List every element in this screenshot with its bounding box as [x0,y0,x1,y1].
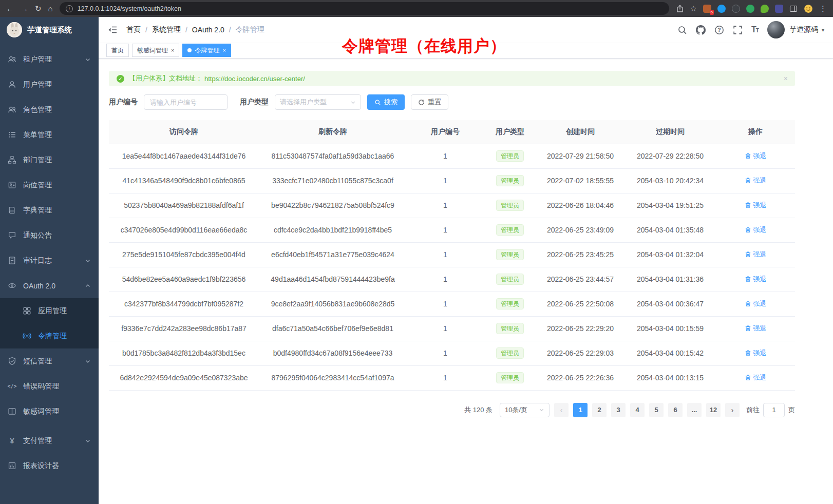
side-panel-icon[interactable] [789,5,798,13]
site-info-icon[interactable]: i [66,5,73,12]
col-user-type: 用户类型 [484,120,536,144]
force-logout-button[interactable]: 强退 [745,299,767,308]
back-icon[interactable]: ← [6,5,14,12]
sidebar-item-post[interactable]: 岗位管理 [0,172,99,198]
search-button[interactable]: 搜索 [367,94,405,110]
url-text: 127.0.0.1:1024/system/oauth2/token [78,5,181,12]
force-logout-button[interactable]: 强退 [745,348,767,358]
breadcrumb-home[interactable]: 首页 [126,25,141,34]
navbar-actions: ? TT 芋道源码 ▾ [677,21,824,38]
browser-toolbar: ← → ↻ ⌂ i 127.0.0.1:1024/system/oauth2/t… [0,0,833,17]
sidebar-item-pay[interactable]: ¥ 支付管理 [0,428,99,453]
breadcrumb-system[interactable]: 系统管理 [152,25,181,34]
user-id-input[interactable] [144,94,228,110]
more-pages-button[interactable]: ... [687,403,702,417]
col-access-token: 访问令牌 [109,120,259,144]
sidebar-item-menu[interactable]: 菜单管理 [0,122,99,147]
dict-icon [8,206,16,215]
fullscreen-icon[interactable] [733,25,743,35]
home-icon[interactable]: ⌂ [48,5,53,12]
bookmark-star-icon[interactable]: ☆ [690,5,697,12]
force-logout-button[interactable]: 强退 [745,373,767,382]
page-size-select[interactable]: 10条/页 [500,403,550,417]
force-logout-button[interactable]: 强退 [745,225,767,235]
alert-doc-link[interactable]: https://doc.iocoder.cn/user-center/ [204,75,305,83]
tab-close-icon[interactable]: × [171,48,174,53]
tab-token[interactable]: 令牌管理 × [182,44,231,57]
sidebar-item-tenant[interactable]: 租户管理 [0,47,99,72]
sidebar-item-audit-log[interactable]: 审计日志 [0,248,99,273]
extension-dark-icon[interactable] [732,5,740,13]
reload-icon[interactable]: ↻ [35,5,42,12]
goto-page-input[interactable] [763,403,785,417]
tab-home[interactable]: 首页 [106,44,129,57]
sidebar-item-oauth-token[interactable]: 令牌管理 [0,323,99,348]
address-bar[interactable]: i 127.0.0.1:1024/system/oauth2/token [60,2,669,15]
sidebar: 芋道管理系统 租户管理 用户管理 角色管理 菜单管理 部门管理 岗位管理 [0,17,99,504]
delete-icon [745,325,751,332]
table-row: c347026e805e4d99b0d116eae66eda8c cdfc4ce… [109,218,795,242]
user-type-badge: 管理员 [496,200,524,211]
page-button[interactable]: 4 [630,403,645,417]
sidebar-item-sensitive-word[interactable]: 敏感词管理 [0,399,99,424]
force-logout-button[interactable]: 强退 [745,275,767,284]
prev-page-button[interactable]: ‹ [554,403,569,417]
share-icon[interactable] [676,5,684,13]
extension-green-icon[interactable] [746,5,754,13]
sidebar-item-dict[interactable]: 字典管理 [0,198,99,223]
force-logout-button[interactable]: 强退 [745,176,767,185]
tab-sensitive-word[interactable]: 敏感词管理 × [132,44,179,57]
doc-alert: ✓ 【用户体系】文档地址： https://doc.iocoder.cn/use… [109,71,795,86]
alert-text: 【用户体系】文档地址： [129,74,202,83]
sidebar-item-oauth-app[interactable]: 应用管理 [0,298,99,323]
user-type-select[interactable]: 请选择用户类型 [275,94,361,110]
force-logout-button[interactable]: 强退 [745,324,767,333]
page-button[interactable]: 3 [611,403,626,417]
username[interactable]: 芋道源码 [789,25,818,34]
sidebar-item-notice[interactable]: 通知公告 [0,223,99,248]
sidebar-item-oauth[interactable]: OAuth 2.0 [0,273,99,298]
chevron-down-icon [85,438,91,444]
github-icon[interactable] [696,25,706,35]
profile-emoji-icon[interactable] [804,4,813,13]
app-icon [23,306,31,315]
sidebar-item-role[interactable]: 角色管理 [0,97,99,122]
help-icon[interactable]: ? [714,25,724,35]
reset-button[interactable]: 重置 [411,94,448,110]
page-button[interactable]: 6 [668,403,683,417]
alert-close-icon[interactable]: × [784,74,788,83]
sidebar-item-label: 敏感词管理 [23,407,59,416]
breadcrumb-oauth[interactable]: OAuth 2.0 [192,26,224,34]
sidebar-item-error-code[interactable]: </> 错误码管理 [0,374,99,399]
sidebar-item-report-designer[interactable]: 报表设计器 [0,453,99,478]
next-page-button[interactable]: › [725,403,740,417]
page-button[interactable]: 2 [592,403,607,417]
sidebar-item-sms[interactable]: 短信管理 [0,348,99,374]
page-button[interactable]: 1 [573,403,588,417]
sidebar-fold-icon[interactable] [107,25,118,35]
chevron-down-icon [85,258,91,264]
extension-icon[interactable]: 6 [703,5,711,13]
font-size-icon[interactable]: TT [751,25,759,34]
search-icon[interactable] [677,25,687,35]
extension-purple-icon[interactable] [775,5,783,13]
page-button[interactable]: 5 [649,403,664,417]
sidebar-item-department[interactable]: 部门管理 [0,147,99,172]
page-button-last[interactable]: 12 [706,403,721,417]
token-icon [23,332,31,340]
extension-leaf-icon[interactable] [761,5,769,13]
pay-icon: ¥ [8,436,16,445]
force-logout-button[interactable]: 强退 [745,250,767,259]
force-logout-button[interactable]: 强退 [745,151,767,161]
caret-down-icon[interactable]: ▾ [822,27,824,33]
chevron-down-icon [85,56,91,63]
forward-icon[interactable]: → [21,5,28,12]
user-avatar[interactable] [767,21,785,38]
kebab-menu-icon[interactable]: ⋮ [819,5,827,12]
force-logout-button[interactable]: 强退 [745,201,767,210]
extension-bird-icon[interactable] [717,5,726,13]
sidebar-item-user[interactable]: 用户管理 [0,72,99,97]
app-logo[interactable]: 芋道管理系统 [0,17,99,43]
tab-close-icon[interactable]: × [222,48,225,53]
tenant-users-icon [8,55,16,64]
